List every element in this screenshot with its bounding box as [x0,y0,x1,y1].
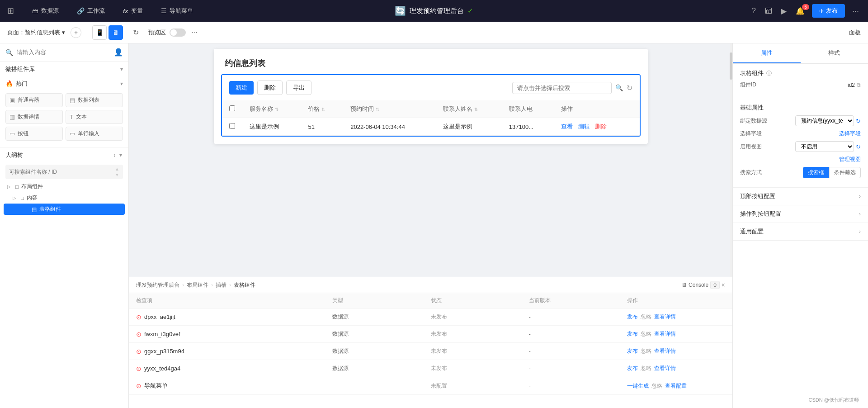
search-box-btn[interactable]: 搜索框 [803,167,829,178]
breadcrumb-current: 表格组件 [234,281,255,289]
info-icon[interactable]: ⓘ [766,70,772,77]
save-icon[interactable]: 🗟 [763,5,774,17]
nav-item-variables[interactable]: fx 变量 [119,5,146,17]
manage-view-link[interactable]: 管理视图 [839,156,861,163]
sort-icon-service[interactable]: ⇅ [275,107,278,112]
table-row: 这里是示例 51 2022-06-04 10:34:44 这里是示例 13710… [222,118,640,136]
breadcrumb-item-1[interactable]: 布局组件 [187,281,208,289]
component-search-input[interactable] [17,49,110,56]
view-refresh-icon[interactable]: ↻ [856,143,861,150]
check-actions-1: 发布 忽略 查看详情 [627,330,725,338]
ignore-link-2[interactable]: 忽略 [641,347,651,355]
table-refresh-icon[interactable]: ↻ [627,84,632,92]
outline-actions: ↕ ▾ [112,151,123,159]
search-type-buttons: 搜索框 条件筛选 [803,167,861,178]
hot-components-header[interactable]: 🔥 热门 ▾ [0,77,128,90]
publish-link-3[interactable]: 发布 [627,365,638,372]
view-action-link[interactable]: 查看 [561,123,573,130]
table-search-input[interactable] [512,82,612,94]
sort-icon-time[interactable]: ⇅ [376,107,379,112]
desktop-device-btn[interactable]: 🖥 [108,25,123,40]
action-button-config-toggle[interactable]: 操作列按钮配置 › [733,205,868,223]
detail-link-1[interactable]: 查看详情 [654,330,676,338]
search-field-icon[interactable]: 🔍 [615,84,623,91]
breadcrumb-item-2[interactable]: 插槽 [216,281,226,289]
outline-expand-icon[interactable]: ↕ [112,151,117,159]
user-icon[interactable]: 👤 [114,48,123,57]
edit-action-link[interactable]: 编辑 [578,123,590,130]
tree-node-table[interactable]: ▤ 表格组件 [4,204,125,215]
sort-icon-contact[interactable]: ⇅ [474,107,478,112]
tree-node-content[interactable]: ▷ □ 内容 [0,192,128,204]
component-item-singleinput[interactable]: ▭ 单行输入 [66,127,123,141]
breadcrumb-item-0[interactable]: 理发预约管理后台 [136,281,179,289]
export-button[interactable]: 导出 [286,81,311,95]
publish-icon: ✈ [819,8,824,14]
component-item-text[interactable]: T 文本 [66,110,123,124]
check-status-0: 未发布 [431,313,529,321]
component-item-container[interactable]: ▣ 普通容器 [5,93,63,107]
mobile-device-btn[interactable]: 📱 [92,25,107,40]
delete-action-link[interactable]: 删除 [595,123,607,130]
filter-condition-btn[interactable]: 条件筛选 [829,167,861,178]
component-library-header[interactable]: 微搭组件库 ▾ [0,62,128,77]
top-button-config-toggle[interactable]: 顶部按钮配置 › [733,188,868,205]
outline-header: 大纲树 ↕ ▾ [0,147,128,163]
copy-icon[interactable]: ⧉ [857,82,861,88]
page-selector[interactable]: 页面：预约信息列表 ▾ [7,28,65,37]
preview-scrollbar[interactable] [730,43,732,277]
publish-button[interactable]: ✈ 发布 [812,4,845,18]
refresh-button[interactable]: ↻ [128,25,143,40]
delete-button[interactable]: 删除 [257,81,283,95]
component-item-button[interactable]: ▭ 按钮 [5,127,63,141]
config-link-4[interactable]: 查看配置 [665,382,687,390]
notification-bell[interactable]: 🔔 5 [794,7,807,15]
enable-view-select[interactable]: 不启用 [795,141,854,152]
new-button[interactable]: 新建 [229,81,254,95]
tab-properties[interactable]: 属性 [733,43,801,63]
nav-item-datasource[interactable]: 🗃 数据源 [28,5,62,17]
check-row-3: ⊙ yyxx_ted4ga4 数据源 未发布 - 发布 忽略 查看详情 [129,360,732,377]
outline-arrow-up[interactable]: ▲ [115,166,119,171]
tree-node-layout[interactable]: ▷ □ 布局组件 [0,181,128,192]
preview-toggle-switch[interactable] [170,28,186,37]
component-item-label: 按钮 [18,130,28,138]
scrollbar-thumb[interactable] [730,52,732,80]
detail-link-0[interactable]: 查看详情 [654,313,676,321]
sort-icon-price[interactable]: ⇅ [321,107,325,112]
ignore-link-3[interactable]: 忽略 [641,365,651,372]
col-actions: 操作 [561,105,573,112]
close-panel-button[interactable]: × [722,281,725,289]
nav-item-workflow[interactable]: 🔗 工作流 [73,5,108,17]
general-config-toggle[interactable]: 通用配置 › [733,223,868,241]
outline-arrow-down[interactable]: ▼ [115,172,119,177]
select-all-checkbox[interactable] [229,105,235,111]
component-item-datadetail[interactable]: ▥ 数据详情 [5,110,63,124]
generate-link-4[interactable]: 一键生成 [627,382,649,390]
play-icon[interactable]: ▶ [779,5,788,17]
component-item-datalist[interactable]: ▤ 数据列表 [66,93,123,107]
action-button-chevron: › [859,211,861,217]
ignore-link-4[interactable]: 忽略 [651,382,662,390]
detail-link-2[interactable]: 查看详情 [654,347,676,355]
publish-link-1[interactable]: 发布 [627,330,638,338]
publish-link-2[interactable]: 发布 [627,347,638,355]
help-icon[interactable]: ? [750,5,758,17]
detail-link-3[interactable]: 查看详情 [654,365,676,372]
nav-item-navmenu[interactable]: ☰ 导航菜单 [157,5,197,17]
add-page-button[interactable]: + [71,27,81,38]
check-name-3: ⊙ yyxx_ted4ga4 [136,365,332,372]
datasource-refresh-icon[interactable]: ↻ [856,118,861,124]
tab-style[interactable]: 样式 [801,43,868,63]
ignore-link-0[interactable]: 忽略 [641,313,651,321]
bind-datasource-select[interactable]: 预约信息(yyxx_te ▼ [795,115,854,126]
outline-search-input[interactable] [9,169,115,175]
select-field-link[interactable]: 选择字段 [839,130,861,138]
outline-chevron-icon[interactable]: ▾ [118,151,123,159]
publish-link-0[interactable]: 发布 [627,313,638,321]
row-checkbox[interactable] [229,123,235,129]
grid-icon[interactable]: ⊞ [7,6,14,16]
ellipsis-button[interactable]: ··· [191,28,197,37]
more-button[interactable]: ··· [850,5,861,18]
ignore-link-1[interactable]: 忽略 [641,330,651,338]
